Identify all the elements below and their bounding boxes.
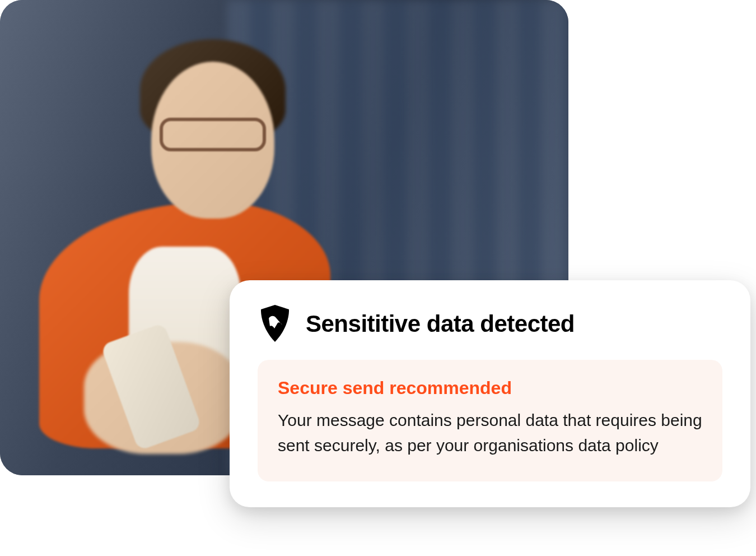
shield-bird-icon	[258, 304, 292, 344]
notification-title: Sensititive data detected	[306, 311, 575, 337]
alert-heading: Secure send recommended	[278, 378, 702, 399]
alert-box: Secure send recommended Your message con…	[258, 360, 722, 481]
notification-card: Sensititive data detected Secure send re…	[230, 280, 750, 507]
card-header: Sensititive data detected	[258, 304, 722, 344]
alert-body-text: Your message contains personal data that…	[278, 407, 702, 458]
